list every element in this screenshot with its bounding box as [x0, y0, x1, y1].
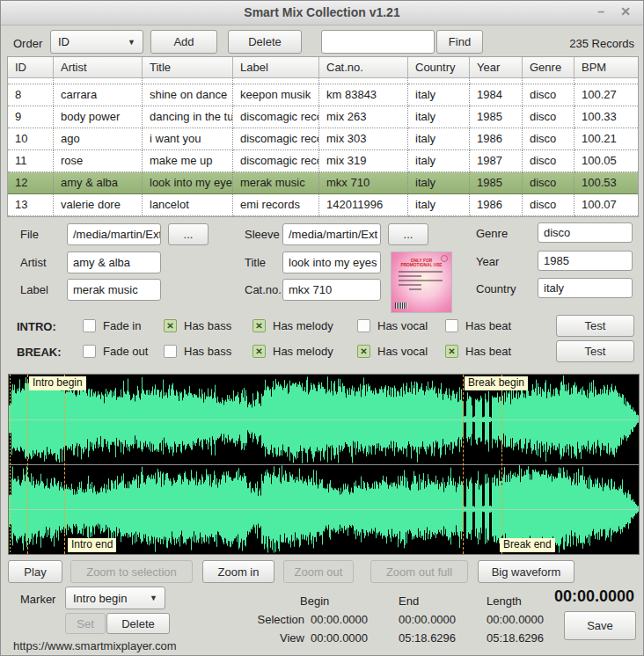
marker-line-break-end[interactable]	[501, 375, 502, 554]
checkbox-label: Has melody	[273, 319, 333, 332]
cell-country: italy	[408, 194, 470, 216]
year-field[interactable]: 1985	[538, 251, 633, 271]
cell-id: 8	[8, 84, 54, 106]
cell-title: lancelot	[143, 194, 233, 216]
cell-catno: mix 303	[319, 128, 408, 150]
add-button[interactable]: Add	[150, 30, 217, 54]
checkbox-break-has-vocal[interactable]	[357, 345, 370, 358]
checkbox-break-has-bass[interactable]	[164, 345, 177, 358]
order-select[interactable]: ID ▼	[50, 30, 143, 54]
records-table: ID Artist Title Label Cat.no. Country Ye…	[7, 56, 639, 217]
cell-artist: amy & alba	[54, 172, 143, 194]
title-label: Title	[245, 256, 266, 269]
cell-country: italy	[408, 84, 470, 106]
big-waveform-button[interactable]: Big waveform	[478, 560, 574, 583]
marker-line-break-begin[interactable]	[463, 375, 464, 554]
marker-line-intro-end[interactable]	[64, 375, 65, 554]
cell-country: italy	[408, 172, 470, 194]
catno-field[interactable]: mkx 710	[282, 279, 381, 301]
checkbox-intro-has-bass[interactable]	[164, 319, 177, 332]
marker-line-intro-begin[interactable]	[27, 375, 28, 554]
sleeve-image[interactable]: ONLY FOR PROMOTIONAL USE	[391, 251, 452, 313]
cell-artist: valerie dore	[54, 194, 143, 216]
file-browse-button[interactable]: ...	[168, 223, 209, 245]
cell-label: discomagic recor	[233, 106, 319, 128]
checkbox-intro-has-beat[interactable]	[445, 319, 458, 332]
zoom-out-button[interactable]: Zoom out	[283, 560, 354, 583]
cell-country: italy	[408, 128, 470, 150]
column-header-country[interactable]: Country	[408, 57, 470, 78]
search-input[interactable]	[321, 30, 435, 54]
checkbox-break-fade-out[interactable]	[83, 345, 96, 358]
table-row[interactable]: 8 carrara shine on dance keepon musik km…	[8, 84, 638, 106]
website-url[interactable]: https://www.smartmixplayer.com	[13, 639, 177, 652]
table-row[interactable]: 10 ago i want you discomagic recor mix 3…	[8, 128, 638, 150]
artist-field[interactable]: amy & alba	[67, 251, 161, 273]
set-marker-button[interactable]: Set	[65, 613, 106, 634]
checkbox-break-has-beat[interactable]	[445, 345, 458, 358]
cell-title: shine on dance	[143, 84, 233, 106]
column-header-year[interactable]: Year	[470, 57, 523, 78]
break-test-button[interactable]: Test	[556, 340, 634, 362]
column-header-catno[interactable]: Cat.no.	[319, 57, 408, 78]
sleeve-promo-text: ONLY FOR PROMOTIONAL USE	[398, 259, 445, 267]
column-header-label[interactable]: Label	[233, 57, 319, 78]
table-row[interactable]: 11 rose make me up discomagic recor mix …	[8, 150, 638, 172]
country-field[interactable]: italy	[538, 278, 633, 298]
minimize-icon[interactable]: –	[597, 4, 604, 18]
marker-label-break-end: Break end	[500, 538, 555, 552]
intro-test-button[interactable]: Test	[556, 315, 634, 337]
cell-label: merak music	[233, 172, 319, 194]
time-display: 00:00.0000	[554, 587, 634, 606]
delete-marker-button[interactable]: Delete	[106, 613, 170, 634]
title-field[interactable]: look into my eyes	[282, 251, 381, 273]
cell-bpm: 100.33	[574, 106, 638, 128]
checkbox-break-has-melody[interactable]	[252, 345, 266, 358]
cell-artist: body power	[54, 106, 143, 128]
label-label: Label	[20, 283, 48, 296]
waveform-display[interactable]: Intro begin Intro end Break begin Break …	[8, 374, 640, 555]
app-window: Smart Mix Collection v1.21 – ✕ Order ID …	[0, 0, 644, 656]
play-button[interactable]: Play	[8, 560, 62, 583]
column-header-artist[interactable]: Artist	[54, 57, 143, 78]
checkbox-intro-has-melody[interactable]	[252, 319, 266, 332]
cell-id: 13	[8, 194, 54, 216]
delete-record-button[interactable]: Delete	[228, 30, 302, 54]
checkbox-label: Fade out	[103, 345, 148, 358]
genre-field[interactable]: disco	[538, 222, 633, 243]
label-field[interactable]: merak music	[67, 279, 161, 301]
table-row-selected[interactable]: 12 amy & alba look into my eye merak mus…	[8, 172, 638, 194]
marker-select[interactable]: Intro begin ▼	[65, 587, 165, 609]
table-row[interactable]: 13 valerie dore lancelot emi records 142…	[8, 194, 638, 216]
catno-label: Cat.no.	[245, 283, 282, 296]
cell-genre: disco	[523, 84, 574, 106]
zoom-to-selection-button[interactable]: Zoom to selection	[70, 560, 193, 583]
checkbox-label: Fade in	[103, 319, 141, 332]
zoom-out-full-button[interactable]: Zoom out full	[370, 560, 468, 583]
column-header-genre[interactable]: Genre	[523, 57, 574, 78]
sleeve-browse-button[interactable]: ...	[388, 223, 428, 245]
sleeve-field[interactable]: /media/martin/Ext	[282, 223, 381, 245]
cell-genre: disco	[523, 194, 574, 216]
zoom-in-button[interactable]: Zoom in	[202, 560, 274, 583]
column-header-bpm[interactable]: BPM	[574, 57, 638, 78]
cell-genre: disco	[523, 106, 574, 128]
column-header-title[interactable]: Title	[143, 57, 233, 78]
file-field[interactable]: /media/martin/Ext	[67, 223, 161, 245]
table-row[interactable]: 9 body power dancing in the tu discomagi…	[8, 106, 638, 128]
column-header-id[interactable]: ID	[8, 57, 54, 78]
close-icon[interactable]: ✕	[620, 4, 631, 18]
checkbox-intro-has-vocal[interactable]	[357, 319, 370, 332]
cell-catno: 142011996	[319, 194, 408, 216]
find-button[interactable]: Find	[436, 30, 483, 54]
save-button[interactable]: Save	[564, 611, 636, 640]
checkbox-intro-fade-in[interactable]	[83, 319, 96, 332]
window-title: Smart Mix Collection v1.21	[1, 5, 643, 19]
cell-title: dancing in the tu	[143, 106, 233, 128]
checkbox-label: Has vocal	[377, 319, 428, 332]
table-row-partial[interactable]	[8, 78, 638, 84]
cell-catno: km 83843	[319, 84, 408, 106]
view-begin: 00:00.0000	[311, 631, 368, 645]
order-select-value: ID	[58, 35, 70, 48]
table-header-row: ID Artist Title Label Cat.no. Country Ye…	[8, 57, 638, 78]
